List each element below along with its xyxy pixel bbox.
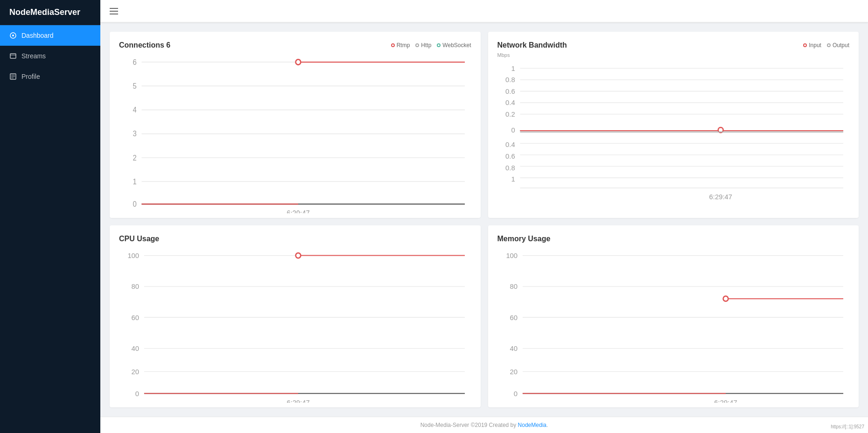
top-charts-row: Connections 6 Rtmp Http WebSocket: [110, 32, 859, 218]
sidebar-item-label: Streams: [21, 52, 46, 60]
sidebar-item-streams[interactable]: Streams: [0, 46, 100, 66]
svg-text:0: 0: [511, 126, 515, 134]
svg-text:5: 5: [133, 82, 136, 90]
sidebar-item-dashboard[interactable]: Dashboard: [0, 25, 100, 46]
svg-point-82: [723, 296, 728, 301]
svg-text:6:29:47: 6:29:47: [714, 398, 737, 403]
svg-text:20: 20: [510, 368, 517, 376]
memory-chart-area: 100 80 60 40 20 0: [497, 248, 850, 403]
svg-text:3: 3: [133, 130, 136, 138]
websocket-dot: [437, 43, 441, 47]
legend-websocket-label: WebSocket: [442, 42, 471, 49]
sidebar-item-label: Profile: [21, 73, 40, 80]
svg-text:40: 40: [510, 344, 517, 352]
svg-rect-2: [10, 54, 16, 58]
bottom-charts-row: CPU Usage 100 80 60 40 20 0: [110, 225, 859, 407]
svg-text:0.4: 0.4: [505, 141, 515, 148]
svg-text:0.8: 0.8: [505, 76, 515, 84]
svg-text:1: 1: [511, 65, 515, 72]
svg-text:0.6: 0.6: [505, 88, 515, 95]
dashboard-icon: [9, 32, 17, 39]
svg-text:2: 2: [133, 154, 136, 161]
network-bandwidth-chart-card: Network Bandwidth Input Output Mbps: [488, 32, 859, 218]
streams-icon: [9, 52, 17, 60]
legend-websocket: WebSocket: [437, 42, 471, 49]
svg-text:6:29:47: 6:29:47: [709, 193, 732, 201]
svg-text:20: 20: [132, 368, 139, 376]
output-dot: [827, 43, 831, 47]
connections-svg: 6 5 4 3 2 1 0: [119, 54, 471, 213]
legend-output-label: Output: [833, 42, 849, 49]
sidebar: NodeMediaServer Dashboard Streams: [0, 0, 100, 433]
app-logo: NodeMediaServer: [0, 0, 100, 25]
rtmp-dot: [391, 43, 395, 47]
connections-chart-card: Connections 6 Rtmp Http WebSocket: [110, 32, 481, 218]
footer-link[interactable]: NodeMedia: [518, 422, 546, 428]
svg-text:4: 4: [133, 106, 137, 114]
svg-text:40: 40: [132, 344, 139, 352]
svg-text:0.4: 0.4: [505, 99, 515, 106]
cpu-chart-title: CPU Usage: [119, 235, 159, 243]
connections-chart-title: Connections 6: [119, 41, 170, 49]
cpu-chart-card: CPU Usage 100 80 60 40 20 0: [110, 225, 481, 407]
legend-rtmp-label: Rtmp: [397, 42, 410, 49]
svg-text:60: 60: [132, 314, 139, 321]
svg-point-66: [296, 253, 301, 258]
legend-rtmp: Rtmp: [391, 42, 410, 49]
footer: Node-Media-Server ©2019 Created by NodeM…: [100, 417, 868, 433]
url-hint: https://[::1]:9527: [831, 424, 864, 429]
svg-text:0: 0: [135, 390, 139, 398]
svg-text:100: 100: [506, 251, 518, 259]
legend-http: Http: [415, 42, 431, 49]
svg-text:80: 80: [132, 283, 139, 291]
cpu-chart-area: 100 80 60 40 20 0: [119, 248, 471, 403]
memory-chart-card: Memory Usage 100 80 60 40 20 0: [488, 225, 859, 407]
svg-text:6: 6: [133, 58, 136, 66]
svg-text:6:29:47: 6:29:47: [287, 210, 309, 214]
network-chart-title: Network Bandwidth: [497, 41, 567, 49]
memory-chart-title: Memory Usage: [497, 235, 551, 243]
svg-text:1: 1: [511, 175, 515, 183]
connections-chart-header: Connections 6 Rtmp Http WebSocket: [119, 41, 471, 49]
svg-text:0.2: 0.2: [505, 111, 515, 118]
cpu-svg: 100 80 60 40 20 0: [119, 248, 471, 403]
svg-text:0.6: 0.6: [505, 153, 515, 160]
svg-text:0: 0: [513, 390, 517, 398]
svg-text:0: 0: [133, 200, 136, 208]
profile-icon: [9, 73, 17, 80]
topbar: [100, 0, 868, 22]
svg-text:80: 80: [510, 283, 517, 291]
connections-legend: Rtmp Http WebSocket: [391, 42, 471, 49]
svg-point-24: [296, 59, 301, 64]
svg-text:6:29:47: 6:29:47: [287, 398, 309, 403]
legend-output: Output: [827, 42, 849, 49]
dashboard-content: Connections 6 Rtmp Http WebSocket: [100, 22, 868, 417]
svg-point-1: [12, 35, 14, 36]
memory-svg: 100 80 60 40 20 0: [497, 248, 850, 403]
svg-text:100: 100: [127, 251, 139, 259]
input-dot: [803, 43, 807, 47]
network-chart-area: 1 0.8 0.6 0.4 0.2 0 0.4 0.6 0.8 1: [497, 61, 850, 213]
svg-text:60: 60: [510, 314, 517, 321]
network-legend: Input Output: [803, 42, 849, 49]
sidebar-item-label: Dashboard: [21, 32, 54, 39]
svg-text:1: 1: [133, 177, 136, 185]
network-chart-header: Network Bandwidth Input Output: [497, 41, 850, 49]
svg-text:0.8: 0.8: [505, 164, 515, 172]
http-dot: [415, 43, 419, 47]
menu-toggle[interactable]: [108, 6, 120, 16]
sidebar-item-profile[interactable]: Profile: [0, 66, 100, 87]
footer-suffix: .: [546, 422, 548, 428]
legend-http-label: Http: [421, 42, 431, 49]
main-content: Connections 6 Rtmp Http WebSocket: [100, 0, 868, 433]
memory-chart-header: Memory Usage: [497, 235, 850, 243]
network-svg: 1 0.8 0.6 0.4 0.2 0 0.4 0.6 0.8 1: [497, 61, 850, 213]
connections-chart-area: 6 5 4 3 2 1 0: [119, 54, 471, 213]
footer-text: Node-Media-Server ©2019 Created by: [420, 422, 518, 428]
legend-input: Input: [803, 42, 821, 49]
network-unit: Mbps: [497, 52, 850, 58]
legend-input-label: Input: [809, 42, 821, 49]
cpu-chart-header: CPU Usage: [119, 235, 471, 243]
